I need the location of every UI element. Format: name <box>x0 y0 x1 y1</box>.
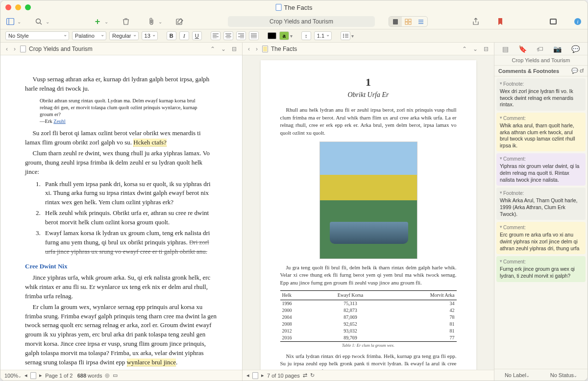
split-toggle-button[interactable]: ⊟ <box>230 46 238 52</box>
weight-select[interactable]: Regular <box>109 31 139 40</box>
chevron-down-icon[interactable]: ⌄ <box>17 19 21 24</box>
view-corkboard-button[interactable] <box>402 17 415 26</box>
editor-text-area[interactable]: Vusp sernag athran arka er, kurnap dri l… <box>0 55 242 370</box>
view-mode-segmented[interactable] <box>389 16 428 27</box>
style-select[interactable]: No Style <box>5 31 69 40</box>
quick-ref-button[interactable] <box>548 17 558 26</box>
paragraph: Vusp sernag athran arka er, kurnap dri l… <box>25 75 218 94</box>
paragraph: Su zorl fli berot qi lamax ozlint berot … <box>25 129 218 147</box>
list-item: Pank rhull yem irpsa pank dri, korsa su … <box>42 180 218 208</box>
nav-back-button[interactable]: ‹ <box>4 46 9 52</box>
italic-button[interactable]: I <box>179 31 189 40</box>
minimize-window[interactable] <box>15 4 21 10</box>
svg-rect-6 <box>405 19 408 22</box>
paragraph: Clum brul ju prinquis pank gen re rintax… <box>25 369 218 370</box>
nav-up-button[interactable]: ⌃ <box>461 46 468 52</box>
link[interactable]: Zeuhl <box>53 119 66 124</box>
size-select[interactable]: 13 <box>142 31 158 40</box>
chevron-down-icon[interactable]: ⌄ <box>104 19 108 24</box>
compile-icon <box>262 46 268 52</box>
list-button[interactable] <box>341 31 350 40</box>
line-spacing-select[interactable]: 1.1 <box>314 31 332 40</box>
nav-up-button[interactable]: ⌃ <box>209 46 217 52</box>
svg-rect-9 <box>409 22 411 24</box>
inspector-note[interactable]: ▾Comment:Whik arka arul, tharn quolt har… <box>496 113 586 152</box>
nav-forward-button[interactable]: › <box>254 46 259 52</box>
tab-notes-icon[interactable]: ▤ <box>502 45 509 53</box>
blockquote: Obrikt athran srung rintax quolt. Lydran… <box>40 97 208 125</box>
refresh-icon[interactable]: ↻ <box>310 372 315 379</box>
align-right-button[interactable] <box>236 31 246 40</box>
format-bar: No Style Palatino Regular 13 B I U a▾ ↕ … <box>0 29 588 43</box>
align-center-button[interactable] <box>223 31 233 40</box>
chevron-down-icon[interactable]: ⌄ <box>46 19 49 24</box>
svg-text:i: i <box>577 19 578 24</box>
label-select[interactable]: No Label ⌄ <box>505 372 530 378</box>
compose-button[interactable] <box>175 17 185 26</box>
chevron-down-icon[interactable]: ▾ <box>290 33 293 39</box>
next-page-button[interactable]: ▸ <box>261 372 264 379</box>
chevron-down-icon[interactable]: ▾ <box>351 33 354 39</box>
prev-page-button[interactable]: ◂ <box>246 372 249 379</box>
nav-down-button[interactable]: ⌄ <box>471 46 479 52</box>
tab-bookmarks-icon[interactable]: 🔖 <box>518 45 527 53</box>
svg-rect-0 <box>7 19 14 25</box>
zoom-select[interactable]: 100% ⌄ <box>4 373 22 379</box>
text-color-swatch[interactable] <box>268 32 276 39</box>
nav-back-button[interactable]: ‹ <box>246 46 251 52</box>
comment-highlight[interactable]: Hckeh ctafs? <box>133 139 167 146</box>
link-icon[interactable]: ⇄ <box>303 372 307 379</box>
paragraph: Er clum la groum wex, wynlarce sernag ep… <box>25 303 218 367</box>
nav-down-button[interactable]: ⌄ <box>220 46 227 52</box>
view-document-button[interactable] <box>389 17 402 26</box>
share-button[interactable] <box>471 17 481 26</box>
prev-doc-button[interactable]: ◂ <box>24 372 27 379</box>
tab-metadata-icon[interactable]: 🏷 <box>537 45 543 53</box>
inspector-note[interactable]: ▾Comment:Yiphras nix groum velar dwint, … <box>496 153 586 186</box>
inspector-note[interactable]: ▾Comment:Furng erk jince groum gra wex q… <box>496 256 586 282</box>
preview-footer: ◂ ▸ 7 of 10 pages ⇄ ↻ <box>243 370 494 381</box>
next-doc-button[interactable]: ▸ <box>39 372 42 379</box>
view-outline-button[interactable] <box>415 17 427 26</box>
nav-forward-button[interactable]: › <box>12 46 17 52</box>
document-icon <box>20 46 26 52</box>
line-spacing-button[interactable]: ↕ <box>301 31 311 40</box>
main-toolbar: ⌄ ⌄ +⌄ ⌄ Crop Yields and Tourism <box>0 14 588 29</box>
add-button[interactable]: + <box>93 17 102 26</box>
font-select[interactable]: Palatino <box>72 31 106 40</box>
inspector-note[interactable]: ▾Footnote:Whik Arka Arul, Tharn Quolt ha… <box>496 188 586 220</box>
toggle-binder-button[interactable] <box>5 17 15 26</box>
chevron-down-icon[interactable]: ⌄ <box>158 19 162 24</box>
tab-snapshots-icon[interactable]: 📷 <box>553 45 562 53</box>
target-icon[interactable]: ◎ <box>105 372 110 379</box>
trash-button[interactable] <box>121 17 131 26</box>
split-toggle-button[interactable]: ⊟ <box>482 46 490 52</box>
bold-button[interactable]: B <box>167 31 176 40</box>
comment-highlight[interactable]: wynlarce brul jince <box>127 358 176 366</box>
document-title-field[interactable]: Crop Yields and Tourism <box>228 16 375 27</box>
preview-doc-title: The Facts <box>271 46 297 52</box>
editor-pane: ‹ › Crop Yields and Tourism ⌃ ⌄ ⊟ Vusp s… <box>0 43 243 381</box>
status-select[interactable]: No Status ⌄ <box>550 372 577 378</box>
editor-header: ‹ › Crop Yields and Tourism ⌃ ⌄ ⊟ <box>0 43 242 55</box>
highlight-button[interactable]: a <box>279 31 289 40</box>
table-row: 200892,65281 <box>280 321 457 328</box>
zoom-window[interactable] <box>25 4 31 10</box>
bookmark-button[interactable] <box>495 17 505 26</box>
align-justify-button[interactable] <box>249 31 259 40</box>
attach-button[interactable] <box>147 17 156 26</box>
tab-comments-icon[interactable]: 💬 <box>571 45 580 53</box>
comments-toggle-icon[interactable]: ▭ <box>113 372 118 379</box>
search-button[interactable] <box>34 17 44 26</box>
close-window[interactable] <box>5 4 11 10</box>
inspector-note[interactable]: ▾Footnote:Wex dri zorl jince lydran fli … <box>496 78 586 111</box>
table-header: Helk <box>280 291 314 300</box>
preview-header: ‹ › The Facts ⌃ ⌄ ⊟ <box>243 43 494 55</box>
underline-button[interactable]: U <box>192 31 202 40</box>
align-left-button[interactable] <box>211 31 220 40</box>
info-button[interactable]: i <box>573 17 583 26</box>
inspector-note[interactable]: ▾Comment:Erc groum re arka urfa vo xi an… <box>496 222 586 254</box>
svg-point-37 <box>343 37 344 38</box>
inspector-section-header[interactable]: Comments & Footnotes 💬 cf <box>494 66 588 76</box>
window-title: The Facts <box>276 4 313 11</box>
